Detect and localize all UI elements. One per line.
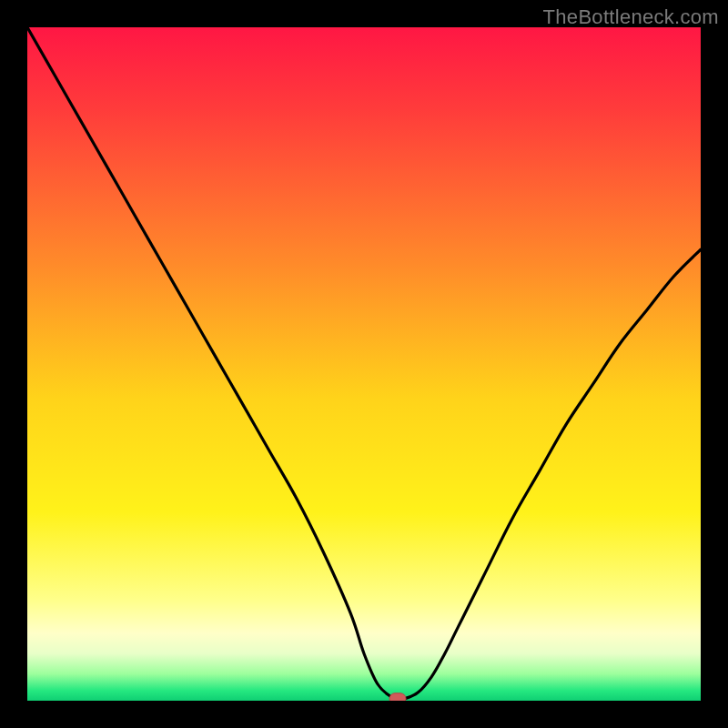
gradient-background bbox=[27, 27, 701, 701]
watermark-text: TheBottleneck.com bbox=[543, 5, 719, 29]
plot-area bbox=[27, 27, 701, 701]
chart-frame: TheBottleneck.com bbox=[0, 0, 728, 728]
optimal-point-marker bbox=[389, 693, 406, 701]
bottleneck-chart-svg bbox=[27, 27, 701, 701]
